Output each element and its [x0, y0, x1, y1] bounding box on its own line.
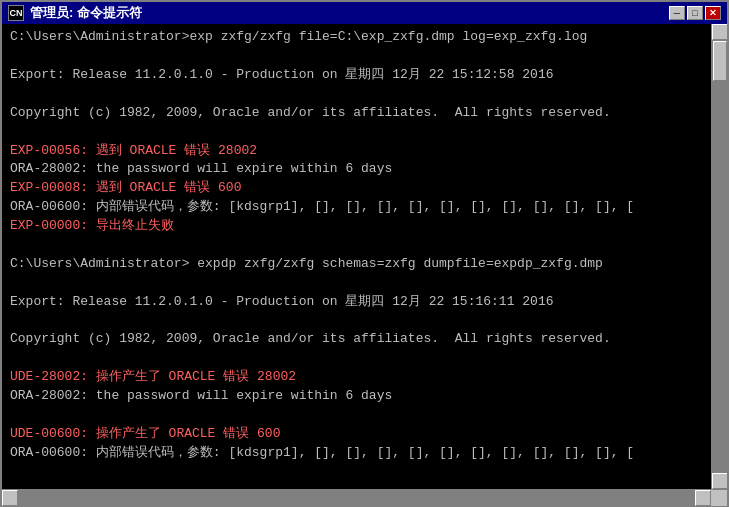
scroll-up-button[interactable]: ▲: [712, 24, 727, 40]
console-with-scrollbar: C:\Users\Administrator>exp zxfg/zxfg fil…: [2, 24, 727, 489]
scroll-thumb[interactable]: [713, 41, 727, 81]
console-line: ORA-28002: the password will expire with…: [10, 160, 703, 179]
console-line: C:\Users\Administrator>exp zxfg/zxfg fil…: [10, 28, 703, 47]
console-line: C:\Users\Administrator>_: [10, 482, 703, 485]
window-title: 管理员: 命令提示符: [30, 4, 142, 22]
console-line: [10, 236, 703, 255]
console-line: ORA-28002: the password will expire with…: [10, 387, 703, 406]
console-line: [10, 463, 703, 482]
maximize-button[interactable]: □: [687, 6, 703, 20]
console-line: Export: Release 11.2.0.1.0 - Production …: [10, 293, 703, 312]
console-line: EXP-00008: 遇到 ORACLE 错误 600: [10, 179, 703, 198]
h-scroll-track[interactable]: [18, 490, 695, 506]
console-line: UDE-00600: 操作产生了 ORACLE 错误 600: [10, 425, 703, 444]
console-line: UDE-28002: 操作产生了 ORACLE 错误 28002: [10, 368, 703, 387]
title-bar-left: CN 管理员: 命令提示符: [8, 4, 142, 22]
minimize-button[interactable]: ─: [669, 6, 685, 20]
console-line: EXP-00000: 导出终止失败: [10, 217, 703, 236]
console-line: ORA-00600: 内部错误代码，参数: [kdsgrp1], [], [],…: [10, 198, 703, 217]
scrollbar-corner: [711, 490, 727, 506]
console-content: C:\Users\Administrator>exp zxfg/zxfg fil…: [10, 28, 703, 485]
console-line: Copyright (c) 1982, 2009, Oracle and/or …: [10, 330, 703, 349]
title-bar-buttons: ─ □ ✕: [669, 6, 721, 20]
console-line: [10, 311, 703, 330]
console-line: C:\Users\Administrator> expdp zxfg/zxfg …: [10, 255, 703, 274]
console-line: Export: Release 11.2.0.1.0 - Production …: [10, 66, 703, 85]
console-line: EXP-00056: 遇到 ORACLE 错误 28002: [10, 142, 703, 161]
horizontal-scrollbar[interactable]: ◄ ►: [2, 489, 727, 505]
cmd-window: CN 管理员: 命令提示符 ─ □ ✕ C:\Users\Administrat…: [0, 0, 729, 507]
scroll-left-button[interactable]: ◄: [2, 490, 18, 506]
title-bar: CN 管理员: 命令提示符 ─ □ ✕: [2, 2, 727, 24]
console-line: [10, 274, 703, 293]
console-line: [10, 47, 703, 66]
close-button[interactable]: ✕: [705, 6, 721, 20]
console-line: [10, 349, 703, 368]
scroll-track[interactable]: [712, 40, 727, 473]
console-line: [10, 123, 703, 142]
vertical-scrollbar[interactable]: ▲ ▼: [711, 24, 727, 489]
console-area[interactable]: C:\Users\Administrator>exp zxfg/zxfg fil…: [2, 24, 711, 489]
scroll-right-button[interactable]: ►: [695, 490, 711, 506]
console-line: [10, 85, 703, 104]
console-line: [10, 406, 703, 425]
console-line: Copyright (c) 1982, 2009, Oracle and/or …: [10, 104, 703, 123]
scroll-down-button[interactable]: ▼: [712, 473, 727, 489]
console-line: ORA-00600: 内部错误代码，参数: [kdsgrp1], [], [],…: [10, 444, 703, 463]
window-icon: CN: [8, 5, 24, 21]
